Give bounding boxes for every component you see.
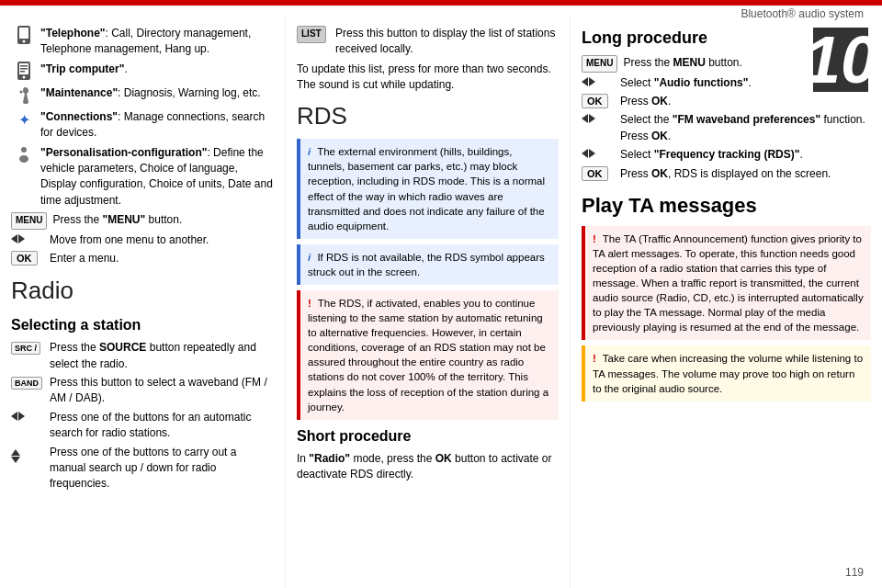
- maintenance-text: "Maintenance": Diagnosis, Warning log, e…: [40, 85, 261, 101]
- warning-icon: !: [308, 298, 311, 309]
- personalisation-item: "Personalisation-configuration": Define …: [11, 145, 274, 209]
- band-btn: BAND: [11, 375, 44, 390]
- ta-warning-text: The TA (Traffic Announcement) function g…: [593, 233, 864, 334]
- ok-btn-label: OK: [11, 251, 44, 266]
- play-ta-title: Play TA messages: [582, 191, 871, 220]
- trip-icon: [11, 62, 37, 82]
- lp-step-menu: MENU Press the MENU button.: [582, 55, 871, 73]
- long-proc-title: Long procedure: [582, 26, 871, 50]
- auto-arrows-btn: [11, 410, 44, 425]
- lp-step-audio: Select "Audio functions".: [582, 75, 871, 91]
- phone-icon: [11, 26, 37, 46]
- page-number: 119: [845, 566, 864, 579]
- ta-warning: ! The TA (Traffic Announcement) function…: [582, 226, 871, 341]
- menu-step-arrows: Move from one menu to another.: [11, 232, 274, 248]
- svg-rect-8: [20, 71, 25, 73]
- rds-note2-text: If RDS is not available, the RDS symbol …: [308, 252, 545, 277]
- trip-text: "Trip computer".: [40, 62, 128, 77]
- menu-btn-label: MENU: [11, 212, 47, 230]
- ta-caution-text: Take care when increasing the volume whi…: [593, 353, 863, 393]
- svg-rect-6: [20, 65, 28, 67]
- mid-column: LIST Press this button to display the li…: [285, 17, 570, 588]
- arrows-btn-label: [11, 232, 44, 248]
- update-note: To update this list, press for more than…: [297, 62, 559, 94]
- lp-step-ok2: OK Press OK, RDS is displayed on the scr…: [582, 166, 871, 182]
- selecting-title: Selecting a station: [11, 314, 274, 335]
- menu-step-ok: OK Enter a menu.: [11, 251, 274, 266]
- info-icon2: i: [308, 252, 311, 263]
- list-btn: LIST: [297, 26, 330, 43]
- trip-item: "Trip computer".: [11, 62, 274, 82]
- ok-step-text: Enter a menu.: [50, 251, 119, 266]
- bluetooth-icon: ✦: [11, 109, 37, 130]
- lp-arrows3-btn: [582, 147, 615, 163]
- arrows-step-text: Move from one menu to another.: [50, 232, 209, 248]
- menu-step-text: Press the "MENU" button.: [52, 212, 182, 228]
- manual-search-text: Press one of the buttons to carry out a …: [50, 445, 274, 492]
- svg-point-5: [23, 75, 26, 78]
- src-text: Press the SOURCE button repeatedly and s…: [50, 340, 274, 372]
- wrench-icon: [11, 85, 37, 106]
- list-step: LIST Press this button to display the li…: [297, 26, 559, 58]
- auto-search-text: Press one of the buttons for an automati…: [50, 410, 274, 442]
- info-icon: i: [308, 146, 311, 157]
- rds-note1-text: The external environment (hills, buildin…: [308, 146, 545, 231]
- lp-step-ok1: OK Press OK.: [582, 94, 871, 109]
- lp-arrows2-btn: [582, 112, 615, 128]
- src-btn: SRC /: [11, 340, 44, 356]
- lp-step-fm: Select the "FM waveband preferences" fun…: [582, 112, 871, 144]
- lp-step-freq: Select "Frequency tracking (RDS)".: [582, 147, 871, 163]
- svg-rect-1: [19, 28, 28, 39]
- content-area: "Telephone": Call, Directory management,…: [0, 17, 882, 588]
- list-note-text: Press this button to display the list of…: [335, 26, 559, 58]
- rds-note2: i If RDS is not available, the RDS symbo…: [297, 244, 559, 285]
- telephone-text: "Telephone": Call, Directory management,…: [40, 26, 274, 58]
- svg-point-10: [19, 155, 28, 163]
- menu-step-menu: MENU Press the "MENU" button.: [11, 212, 274, 230]
- short-proc-text: In "Radio" mode, press the OK button to …: [297, 451, 559, 483]
- lp-menu-btn: MENU: [582, 55, 617, 73]
- svg-point-9: [21, 147, 27, 153]
- caution-icon: !: [593, 233, 596, 244]
- caution-icon2: !: [593, 353, 596, 364]
- ta-caution: ! Take care when increasing the volume w…: [582, 345, 871, 401]
- radio-title: Radio: [11, 274, 274, 309]
- lp-menu-text: Press the MENU button.: [623, 55, 741, 71]
- lp-ok2-btn: OK: [582, 166, 615, 182]
- left-column: "Telephone": Call, Directory management,…: [0, 17, 285, 588]
- personalisation-text: "Personalisation-configuration": Define …: [40, 145, 274, 209]
- lp-arrows1-btn: [582, 75, 615, 91]
- lp-ok2-text: Press OK, RDS is displayed on the screen…: [620, 166, 831, 182]
- updown-btn: [11, 445, 44, 463]
- band-step: BAND Press this button to select a waveb…: [11, 375, 274, 407]
- rds-warning: ! The RDS, if activated, enables you to …: [297, 290, 559, 420]
- lp-ok1-text: Press OK.: [620, 94, 671, 109]
- auto-search-step: Press one of the buttons for an automati…: [11, 410, 274, 442]
- maintenance-item: "Maintenance": Diagnosis, Warning log, e…: [11, 85, 274, 106]
- svg-rect-7: [20, 68, 28, 70]
- rds-warning-text: The RDS, if activated, enables you to co…: [308, 298, 548, 413]
- connections-text: "Connections": Manage connections, searc…: [40, 109, 274, 141]
- manual-search-step: Press one of the buttons to carry out a …: [11, 445, 274, 492]
- short-proc-title: Short procedure: [297, 425, 559, 447]
- person-icon: [11, 145, 37, 165]
- svg-point-2: [23, 40, 26, 43]
- band-text: Press this button to select a waveband (…: [50, 375, 274, 407]
- rds-note1: i The external environment (hills, build…: [297, 139, 559, 239]
- connections-item: ✦ "Connections": Manage connections, sea…: [11, 109, 274, 141]
- lp-freq-text: Select "Frequency tracking (RDS)".: [620, 147, 803, 163]
- lp-audio-text: Select "Audio functions".: [620, 75, 752, 91]
- right-column: Long procedure MENU Press the MENU butto…: [570, 17, 882, 588]
- lp-fm-text: Select the "FM waveband preferences" fun…: [620, 112, 865, 144]
- lp-ok1-btn: OK: [582, 94, 615, 109]
- red-bar: [0, 0, 882, 6]
- src-step: SRC / Press the SOURCE button repeatedly…: [11, 340, 274, 372]
- telephone-item: "Telephone": Call, Directory management,…: [11, 26, 274, 58]
- rds-title: RDS: [297, 99, 559, 134]
